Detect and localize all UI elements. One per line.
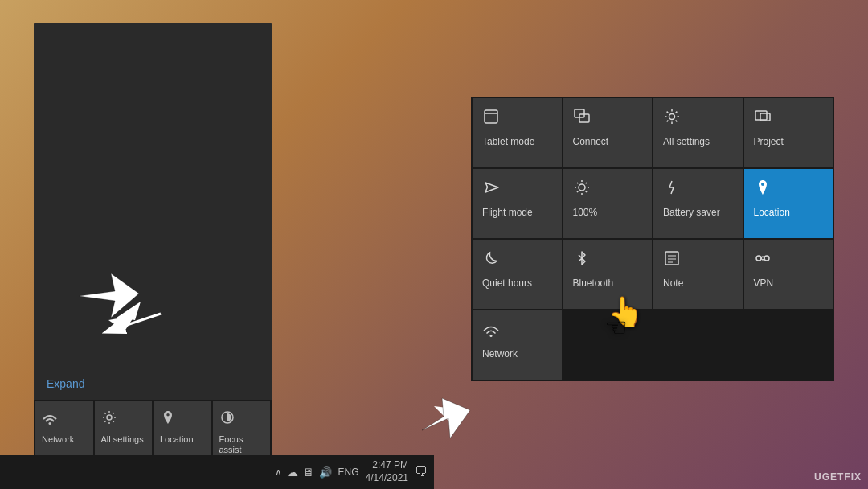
taskbar-date-value: 4/14/2021: [366, 472, 408, 485]
network-tile-label: Network: [42, 434, 74, 445]
qs-tile-note[interactable]: Note: [653, 240, 743, 309]
location-tile-label: Location: [160, 434, 194, 445]
svg-point-0: [49, 422, 51, 425]
quick-settings-panel: Tablet mode Connect All settings: [471, 97, 834, 381]
bluetooth-label: Bluetooth: [573, 277, 614, 289]
taskbar-clock[interactable]: 2:47 PM 4/14/2021: [366, 459, 408, 484]
quick-tile-all-settings[interactable]: All settings: [95, 401, 153, 462]
qs-location-icon: [754, 179, 772, 200]
quick-settings-grid: Tablet mode Connect All settings: [471, 97, 834, 381]
connect-label: Connect: [573, 136, 609, 147]
location-icon: [160, 409, 176, 429]
flight-mode-icon: [482, 179, 500, 200]
brightness-label: 100%: [573, 207, 598, 218]
quick-tile-location[interactable]: Location: [154, 401, 211, 462]
expand-label[interactable]: Expand: [47, 377, 84, 390]
taskbar-notification-icon[interactable]: 🗨: [415, 465, 428, 479]
qs-all-settings-icon: [663, 108, 681, 129]
qs-tile-bluetooth[interactable]: Bluetooth: [563, 240, 653, 309]
focus-assist-icon: [219, 409, 235, 429]
qs-tile-connect[interactable]: Connect: [563, 98, 653, 167]
svg-point-10: [579, 184, 585, 191]
up-arrow-icon[interactable]: ∧: [275, 466, 282, 478]
all-settings-icon: [101, 409, 117, 429]
svg-point-7: [669, 114, 675, 120]
quiet-hours-icon: [482, 249, 500, 271]
note-label: Note: [663, 277, 683, 289]
taskbar-system-icons: ∧ ☁ 🖥 🔊 ENG: [275, 466, 359, 479]
svg-marker-21: [434, 406, 466, 426]
brightness-icon: [573, 179, 591, 200]
connect-icon: [573, 108, 591, 129]
quick-tile-network[interactable]: Network: [35, 401, 93, 462]
svg-point-1: [107, 415, 112, 420]
tablet-mode-icon: [482, 108, 500, 129]
qs-tile-battery-saver[interactable]: Battery saver: [653, 169, 743, 238]
svg-point-17: [490, 335, 493, 337]
volume-icon[interactable]: 🔊: [319, 466, 332, 479]
project-label: Project: [754, 136, 784, 147]
note-icon: [663, 249, 681, 271]
svg-rect-11: [665, 252, 678, 265]
project-icon: [754, 108, 772, 129]
qs-tile-location[interactable]: Location: [744, 169, 833, 238]
cloud-icon[interactable]: ☁: [287, 466, 298, 479]
svg-rect-8: [755, 111, 767, 120]
quiet-hours-label: Quiet hours: [482, 277, 532, 289]
monitor-icon[interactable]: 🖥: [303, 466, 314, 479]
network-icon: [42, 409, 58, 429]
qs-tile-flight-mode[interactable]: Flight mode: [473, 169, 562, 238]
bluetooth-icon: [573, 249, 591, 271]
language-indicator[interactable]: ENG: [338, 466, 359, 478]
battery-saver-icon: [663, 179, 681, 200]
battery-saver-label: Battery saver: [663, 207, 720, 218]
vpn-icon: [754, 249, 772, 271]
svg-point-16: [764, 256, 769, 261]
qs-all-settings-label: All settings: [663, 136, 710, 147]
qs-network-label: Network: [482, 348, 518, 360]
svg-marker-24: [422, 398, 470, 438]
qs-tile-tablet-mode[interactable]: Tablet mode: [473, 98, 562, 167]
flight-mode-label: Flight mode: [482, 207, 533, 218]
action-center: Expand Network All settings: [34, 23, 272, 463]
vpn-label: VPN: [754, 277, 774, 289]
qs-tile-project[interactable]: Project: [744, 98, 833, 167]
taskbar: ∧ ☁ 🖥 🔊 ENG 2:47 PM 4/14/2021 🗨: [0, 455, 434, 489]
qs-location-label: Location: [754, 207, 790, 218]
all-settings-tile-label: All settings: [101, 434, 144, 445]
taskbar-time-value: 2:47 PM: [366, 459, 408, 472]
watermark: UGETFIX: [814, 471, 862, 483]
quick-actions-row: Network All settings Location: [34, 400, 272, 463]
qs-tile-all-settings[interactable]: All settings: [653, 98, 743, 167]
expand-area: Expand: [34, 368, 272, 400]
qs-network-icon: [482, 320, 500, 342]
tablet-mode-label: Tablet mode: [482, 136, 534, 147]
quick-tile-focus-assist[interactable]: Focus assist: [213, 401, 271, 462]
svg-rect-3: [485, 110, 497, 123]
bottom-arrow-annotation: [418, 394, 482, 462]
focus-assist-tile-label: Focus assist: [219, 434, 264, 455]
qs-tile-network[interactable]: Network: [473, 310, 562, 380]
qs-tile-vpn[interactable]: VPN: [744, 240, 833, 309]
bottom-arrow: [434, 406, 466, 426]
qs-tile-brightness[interactable]: 100%: [563, 169, 653, 238]
qs-tile-quiet-hours[interactable]: Quiet hours: [473, 240, 562, 309]
svg-point-15: [756, 256, 761, 261]
